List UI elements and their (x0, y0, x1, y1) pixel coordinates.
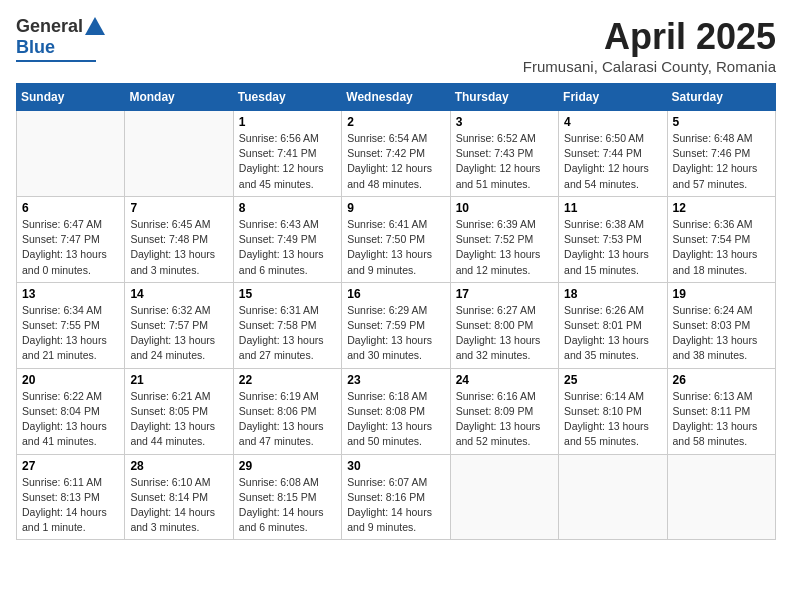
day-detail: Sunrise: 6:07 AMSunset: 8:16 PMDaylight:… (347, 475, 444, 536)
calendar-cell: 28Sunrise: 6:10 AMSunset: 8:14 PMDayligh… (125, 454, 233, 540)
day-number: 28 (130, 459, 227, 473)
day-number: 17 (456, 287, 553, 301)
day-number: 30 (347, 459, 444, 473)
day-detail: Sunrise: 6:31 AMSunset: 7:58 PMDaylight:… (239, 303, 336, 364)
week-row-1: 6Sunrise: 6:47 AMSunset: 7:47 PMDaylight… (17, 196, 776, 282)
logo-general: General (16, 16, 83, 37)
weekday-header-friday: Friday (559, 84, 667, 111)
day-number: 9 (347, 201, 444, 215)
week-row-3: 20Sunrise: 6:22 AMSunset: 8:04 PMDayligh… (17, 368, 776, 454)
day-number: 22 (239, 373, 336, 387)
day-number: 24 (456, 373, 553, 387)
day-detail: Sunrise: 6:52 AMSunset: 7:43 PMDaylight:… (456, 131, 553, 192)
day-detail: Sunrise: 6:48 AMSunset: 7:46 PMDaylight:… (673, 131, 770, 192)
day-number: 29 (239, 459, 336, 473)
day-number: 1 (239, 115, 336, 129)
day-detail: Sunrise: 6:45 AMSunset: 7:48 PMDaylight:… (130, 217, 227, 278)
day-detail: Sunrise: 6:50 AMSunset: 7:44 PMDaylight:… (564, 131, 661, 192)
calendar-cell (559, 454, 667, 540)
day-detail: Sunrise: 6:38 AMSunset: 7:53 PMDaylight:… (564, 217, 661, 278)
day-detail: Sunrise: 6:18 AMSunset: 8:08 PMDaylight:… (347, 389, 444, 450)
logo: General Blue (16, 16, 105, 62)
day-detail: Sunrise: 6:32 AMSunset: 7:57 PMDaylight:… (130, 303, 227, 364)
day-number: 7 (130, 201, 227, 215)
week-row-2: 13Sunrise: 6:34 AMSunset: 7:55 PMDayligh… (17, 282, 776, 368)
day-number: 6 (22, 201, 119, 215)
weekday-header-thursday: Thursday (450, 84, 558, 111)
weekday-header-saturday: Saturday (667, 84, 775, 111)
day-number: 8 (239, 201, 336, 215)
calendar-cell (450, 454, 558, 540)
day-number: 21 (130, 373, 227, 387)
calendar-cell: 18Sunrise: 6:26 AMSunset: 8:01 PMDayligh… (559, 282, 667, 368)
day-detail: Sunrise: 6:14 AMSunset: 8:10 PMDaylight:… (564, 389, 661, 450)
calendar-cell: 29Sunrise: 6:08 AMSunset: 8:15 PMDayligh… (233, 454, 341, 540)
day-number: 26 (673, 373, 770, 387)
day-number: 11 (564, 201, 661, 215)
calendar-table: SundayMondayTuesdayWednesdayThursdayFrid… (16, 83, 776, 540)
calendar-location: Frumusani, Calarasi County, Romania (523, 58, 776, 75)
weekday-header-monday: Monday (125, 84, 233, 111)
day-detail: Sunrise: 6:39 AMSunset: 7:52 PMDaylight:… (456, 217, 553, 278)
calendar-cell: 20Sunrise: 6:22 AMSunset: 8:04 PMDayligh… (17, 368, 125, 454)
calendar-cell (667, 454, 775, 540)
day-number: 18 (564, 287, 661, 301)
weekday-header-sunday: Sunday (17, 84, 125, 111)
calendar-cell: 14Sunrise: 6:32 AMSunset: 7:57 PMDayligh… (125, 282, 233, 368)
day-number: 14 (130, 287, 227, 301)
calendar-cell: 25Sunrise: 6:14 AMSunset: 8:10 PMDayligh… (559, 368, 667, 454)
calendar-cell (125, 111, 233, 197)
logo-triangle-icon (85, 17, 105, 35)
calendar-cell: 10Sunrise: 6:39 AMSunset: 7:52 PMDayligh… (450, 196, 558, 282)
day-number: 12 (673, 201, 770, 215)
day-number: 20 (22, 373, 119, 387)
calendar-cell: 13Sunrise: 6:34 AMSunset: 7:55 PMDayligh… (17, 282, 125, 368)
day-detail: Sunrise: 6:54 AMSunset: 7:42 PMDaylight:… (347, 131, 444, 192)
day-number: 10 (456, 201, 553, 215)
calendar-cell: 17Sunrise: 6:27 AMSunset: 8:00 PMDayligh… (450, 282, 558, 368)
calendar-cell: 9Sunrise: 6:41 AMSunset: 7:50 PMDaylight… (342, 196, 450, 282)
logo-line (16, 60, 96, 62)
calendar-cell: 12Sunrise: 6:36 AMSunset: 7:54 PMDayligh… (667, 196, 775, 282)
calendar-cell: 7Sunrise: 6:45 AMSunset: 7:48 PMDaylight… (125, 196, 233, 282)
day-detail: Sunrise: 6:10 AMSunset: 8:14 PMDaylight:… (130, 475, 227, 536)
day-detail: Sunrise: 6:56 AMSunset: 7:41 PMDaylight:… (239, 131, 336, 192)
day-number: 27 (22, 459, 119, 473)
day-detail: Sunrise: 6:13 AMSunset: 8:11 PMDaylight:… (673, 389, 770, 450)
day-number: 3 (456, 115, 553, 129)
calendar-cell: 15Sunrise: 6:31 AMSunset: 7:58 PMDayligh… (233, 282, 341, 368)
calendar-cell: 11Sunrise: 6:38 AMSunset: 7:53 PMDayligh… (559, 196, 667, 282)
day-detail: Sunrise: 6:41 AMSunset: 7:50 PMDaylight:… (347, 217, 444, 278)
calendar-cell: 26Sunrise: 6:13 AMSunset: 8:11 PMDayligh… (667, 368, 775, 454)
day-number: 4 (564, 115, 661, 129)
day-number: 16 (347, 287, 444, 301)
calendar-cell: 2Sunrise: 6:54 AMSunset: 7:42 PMDaylight… (342, 111, 450, 197)
week-row-4: 27Sunrise: 6:11 AMSunset: 8:13 PMDayligh… (17, 454, 776, 540)
day-number: 5 (673, 115, 770, 129)
day-number: 13 (22, 287, 119, 301)
day-number: 23 (347, 373, 444, 387)
week-row-0: 1Sunrise: 6:56 AMSunset: 7:41 PMDaylight… (17, 111, 776, 197)
calendar-cell: 5Sunrise: 6:48 AMSunset: 7:46 PMDaylight… (667, 111, 775, 197)
calendar-cell: 19Sunrise: 6:24 AMSunset: 8:03 PMDayligh… (667, 282, 775, 368)
calendar-cell: 1Sunrise: 6:56 AMSunset: 7:41 PMDaylight… (233, 111, 341, 197)
day-detail: Sunrise: 6:11 AMSunset: 8:13 PMDaylight:… (22, 475, 119, 536)
day-detail: Sunrise: 6:47 AMSunset: 7:47 PMDaylight:… (22, 217, 119, 278)
calendar-cell: 23Sunrise: 6:18 AMSunset: 8:08 PMDayligh… (342, 368, 450, 454)
day-number: 15 (239, 287, 336, 301)
day-detail: Sunrise: 6:24 AMSunset: 8:03 PMDaylight:… (673, 303, 770, 364)
day-detail: Sunrise: 6:27 AMSunset: 8:00 PMDaylight:… (456, 303, 553, 364)
day-number: 2 (347, 115, 444, 129)
weekday-header-tuesday: Tuesday (233, 84, 341, 111)
calendar-cell: 16Sunrise: 6:29 AMSunset: 7:59 PMDayligh… (342, 282, 450, 368)
day-detail: Sunrise: 6:36 AMSunset: 7:54 PMDaylight:… (673, 217, 770, 278)
day-detail: Sunrise: 6:29 AMSunset: 7:59 PMDaylight:… (347, 303, 444, 364)
day-number: 19 (673, 287, 770, 301)
calendar-cell: 24Sunrise: 6:16 AMSunset: 8:09 PMDayligh… (450, 368, 558, 454)
calendar-cell: 8Sunrise: 6:43 AMSunset: 7:49 PMDaylight… (233, 196, 341, 282)
day-detail: Sunrise: 6:26 AMSunset: 8:01 PMDaylight:… (564, 303, 661, 364)
day-detail: Sunrise: 6:16 AMSunset: 8:09 PMDaylight:… (456, 389, 553, 450)
day-detail: Sunrise: 6:19 AMSunset: 8:06 PMDaylight:… (239, 389, 336, 450)
calendar-cell: 6Sunrise: 6:47 AMSunset: 7:47 PMDaylight… (17, 196, 125, 282)
logo-blue: Blue (16, 37, 55, 58)
